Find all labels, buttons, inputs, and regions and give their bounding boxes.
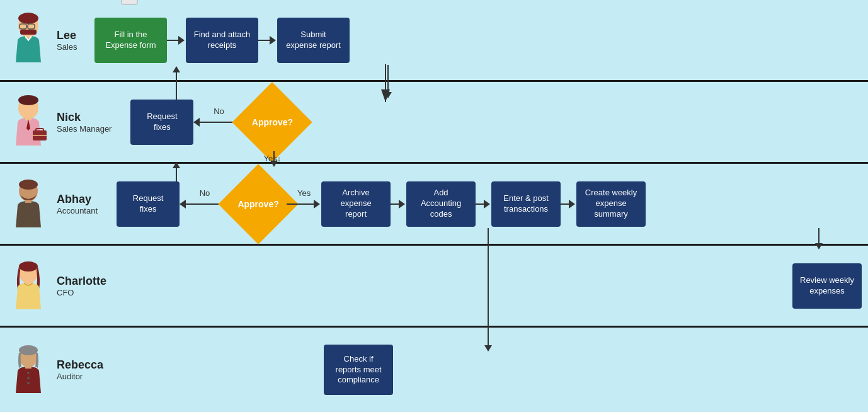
actor-rebecca: Rebecca Auditor: [0, 341, 103, 398]
rebecca-role: Auditor: [57, 372, 103, 381]
nick-avatar-icon: [6, 94, 50, 151]
svg-point-29: [27, 377, 30, 379]
add-accounting-box[interactable]: Add Accounting codes: [406, 181, 476, 227]
swimlane-abhay: Abhay Accountant Request fixes No Approv…: [0, 164, 868, 246]
svg-rect-7: [122, 0, 137, 4]
nick-role: Sales Manager: [57, 124, 111, 134]
request-fixes-nick-box[interactable]: Request fixes: [130, 100, 193, 145]
lee-avatar-icon: [6, 12, 50, 69]
actor-rebecca-info: Rebecca Auditor: [57, 358, 103, 381]
rebecca-avatar-icon: [6, 341, 50, 398]
svg-rect-27: [25, 365, 31, 369]
svg-point-1: [18, 13, 38, 24]
swimlane-charlotte: Charlotte CFO Review weekly expenses: [0, 246, 868, 328]
submit-report-box[interactable]: Submit expense report: [277, 18, 350, 63]
actor-nick: Nick Sales Manager: [0, 94, 111, 151]
abhay-avatar-icon: [6, 176, 50, 232]
charlotte-avatar-icon: [6, 258, 50, 314]
actor-abhay: Abhay Accountant: [0, 176, 98, 232]
abhay-role: Accountant: [57, 206, 98, 215]
svg-point-26: [19, 345, 38, 355]
abhay-name: Abhay: [57, 193, 98, 206]
svg-point-28: [27, 372, 30, 374]
find-receipts-box[interactable]: Find and attach receipts: [186, 18, 258, 63]
approve-nick-label: Approve?: [252, 117, 293, 127]
swimlane-nick: Nick Sales Manager Request fixes No Appr: [0, 82, 868, 164]
svg-point-30: [27, 382, 30, 384]
actor-abhay-info: Abhay Accountant: [57, 193, 98, 215]
svg-rect-21: [25, 200, 31, 203]
lee-name: Lee: [57, 29, 77, 42]
svg-point-20: [19, 180, 38, 190]
review-weekly-box[interactable]: Review weekly expenses: [792, 263, 862, 309]
actor-charlotte-info: Charlotte CFO: [57, 275, 106, 297]
no-label-abhay: No: [200, 188, 210, 198]
svg-point-13: [18, 95, 38, 105]
archive-report-box[interactable]: Archive expense report: [321, 181, 391, 227]
yes-label-abhay: Yes: [297, 188, 311, 198]
charlotte-role: CFO: [57, 288, 106, 297]
receipt-document-icon: [118, 0, 144, 8]
lee-role: Sales: [57, 42, 77, 52]
request-fixes-abhay-box[interactable]: Request fixes: [117, 181, 180, 227]
nick-name: Nick: [57, 111, 111, 124]
actor-lee: Lee Sales: [0, 12, 88, 69]
rebecca-name: Rebecca: [57, 358, 103, 372]
swimlane-lee: Lee Sales Fill in the Expense: [0, 0, 868, 82]
approve-abhay-label: Approve?: [237, 199, 278, 209]
actor-charlotte: Charlotte CFO: [0, 258, 106, 314]
check-compliance-box[interactable]: Check if reports meet compliance: [324, 345, 393, 395]
charlotte-name: Charlotte: [57, 275, 106, 288]
no-label-nick: No: [214, 106, 224, 116]
create-weekly-box[interactable]: Create weekly expense summary: [576, 181, 646, 227]
svg-rect-2: [20, 30, 37, 35]
fill-expense-box[interactable]: Fill in the Expense form: [94, 18, 167, 63]
svg-point-23: [19, 261, 38, 272]
enter-post-box[interactable]: Enter & post transactions: [491, 181, 561, 227]
actor-lee-info: Lee Sales: [57, 29, 77, 52]
swimlane-rebecca: Rebecca Auditor Check if reports meet co…: [0, 328, 868, 412]
actor-nick-info: Nick Sales Manager: [57, 111, 111, 134]
yes-label-nick: Yes↓: [264, 154, 282, 163]
